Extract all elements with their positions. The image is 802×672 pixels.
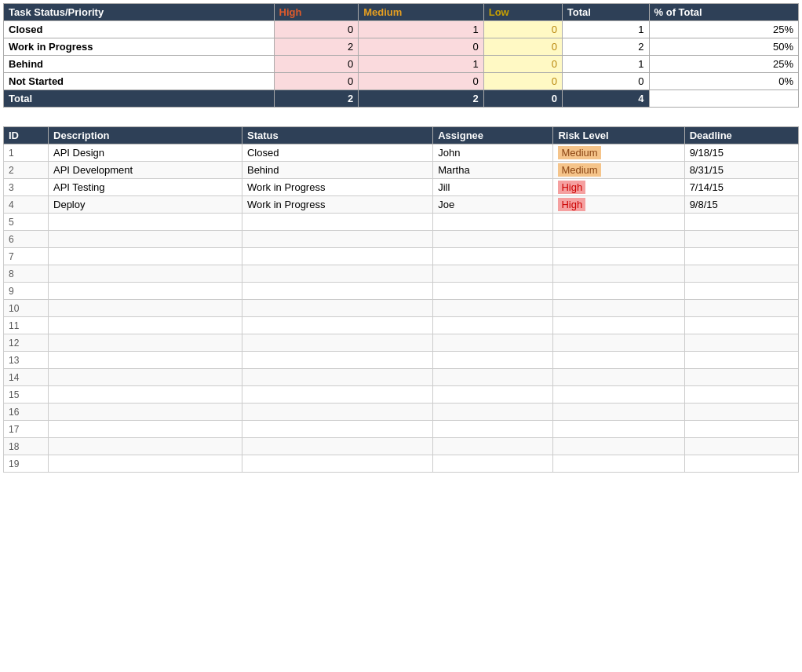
empty-id: 11 bbox=[4, 317, 49, 334]
empty-row: 5 bbox=[4, 214, 799, 231]
empty-assignee bbox=[433, 231, 553, 248]
empty-risk bbox=[553, 265, 684, 283]
empty-risk bbox=[553, 283, 684, 300]
empty-status bbox=[242, 386, 432, 404]
empty-id: 12 bbox=[4, 334, 49, 352]
empty-risk bbox=[553, 369, 684, 386]
detail-id: 4 bbox=[4, 196, 49, 214]
detail-row: 1 API Design Closed John Medium 9/18/15 bbox=[4, 144, 799, 162]
empty-id: 16 bbox=[4, 404, 49, 421]
empty-assignee bbox=[433, 300, 553, 317]
medium-value: 0 bbox=[359, 38, 484, 56]
detail-col-deadline: Deadline bbox=[684, 127, 798, 144]
status-label: Not Started bbox=[4, 73, 275, 90]
empty-assignee bbox=[433, 317, 553, 334]
empty-id: 15 bbox=[4, 386, 49, 404]
detail-col-description: Description bbox=[49, 127, 242, 144]
detail-status: Work in Progress bbox=[242, 196, 432, 214]
pct-value: 25% bbox=[649, 21, 798, 38]
detail-description: Deploy bbox=[49, 196, 242, 214]
empty-assignee bbox=[433, 386, 553, 404]
total-medium: 2 bbox=[359, 90, 484, 108]
total-low: 0 bbox=[483, 90, 562, 108]
detail-col-id: ID bbox=[4, 127, 49, 144]
empty-desc bbox=[49, 334, 242, 352]
total-high: 2 bbox=[274, 90, 359, 108]
empty-risk bbox=[553, 438, 684, 455]
empty-id: 13 bbox=[4, 352, 49, 369]
col-header-medium: Medium bbox=[359, 4, 484, 21]
low-value: 0 bbox=[483, 56, 562, 73]
total-value: 1 bbox=[562, 56, 649, 73]
empty-id: 18 bbox=[4, 438, 49, 455]
empty-row: 13 bbox=[4, 352, 799, 369]
empty-deadline bbox=[684, 369, 798, 386]
empty-deadline bbox=[684, 214, 798, 231]
empty-id: 5 bbox=[4, 214, 49, 231]
summary-row: Behind 0 1 0 1 25% bbox=[4, 56, 799, 73]
empty-deadline bbox=[684, 300, 798, 317]
empty-desc bbox=[49, 438, 242, 455]
low-value: 0 bbox=[483, 21, 562, 38]
status-label: Closed bbox=[4, 21, 275, 38]
empty-row: 19 bbox=[4, 455, 799, 473]
total-value: 1 bbox=[562, 21, 649, 38]
empty-assignee bbox=[433, 369, 553, 386]
empty-deadline bbox=[684, 352, 798, 369]
empty-deadline bbox=[684, 386, 798, 404]
empty-deadline bbox=[684, 283, 798, 300]
empty-deadline bbox=[684, 317, 798, 334]
empty-status bbox=[242, 300, 432, 317]
high-value: 2 bbox=[274, 38, 359, 56]
empty-status bbox=[242, 231, 432, 248]
empty-assignee bbox=[433, 248, 553, 265]
detail-deadline: 9/18/15 bbox=[684, 144, 798, 162]
empty-assignee bbox=[433, 455, 553, 473]
empty-risk bbox=[553, 352, 684, 369]
empty-deadline bbox=[684, 231, 798, 248]
empty-desc bbox=[49, 300, 242, 317]
detail-description: API Testing bbox=[49, 179, 242, 196]
detail-description: API Development bbox=[49, 162, 242, 179]
empty-desc bbox=[49, 248, 242, 265]
high-value: 0 bbox=[274, 56, 359, 73]
empty-risk bbox=[553, 334, 684, 352]
total-pct bbox=[649, 90, 798, 108]
empty-risk bbox=[553, 317, 684, 334]
empty-assignee bbox=[433, 334, 553, 352]
empty-deadline bbox=[684, 455, 798, 473]
empty-desc bbox=[49, 265, 242, 283]
empty-row: 10 bbox=[4, 300, 799, 317]
total-value: 2 bbox=[562, 38, 649, 56]
status-label: Behind bbox=[4, 56, 275, 73]
summary-row: Closed 0 1 0 1 25% bbox=[4, 21, 799, 38]
detail-risk: Medium bbox=[553, 162, 684, 179]
empty-row: 12 bbox=[4, 334, 799, 352]
empty-status bbox=[242, 265, 432, 283]
empty-row: 18 bbox=[4, 438, 799, 455]
detail-table: ID Description Status Assignee Risk Leve… bbox=[3, 126, 799, 473]
empty-risk bbox=[553, 386, 684, 404]
empty-assignee bbox=[433, 404, 553, 421]
empty-desc bbox=[49, 283, 242, 300]
total-label: Total bbox=[4, 90, 275, 108]
empty-assignee bbox=[433, 265, 553, 283]
detail-row: 2 API Development Behind Martha Medium 8… bbox=[4, 162, 799, 179]
low-value: 0 bbox=[483, 38, 562, 56]
low-value: 0 bbox=[483, 73, 562, 90]
empty-status bbox=[242, 455, 432, 473]
empty-desc bbox=[49, 386, 242, 404]
detail-id: 3 bbox=[4, 179, 49, 196]
empty-deadline bbox=[684, 438, 798, 455]
detail-risk: Medium bbox=[553, 144, 684, 162]
high-value: 0 bbox=[274, 73, 359, 90]
col-header-low: Low bbox=[483, 4, 562, 21]
empty-row: 9 bbox=[4, 283, 799, 300]
detail-id: 1 bbox=[4, 144, 49, 162]
detail-col-risk: Risk Level bbox=[553, 127, 684, 144]
empty-desc bbox=[49, 231, 242, 248]
empty-deadline bbox=[684, 404, 798, 421]
summary-row: Not Started 0 0 0 0 0% bbox=[4, 73, 799, 90]
detail-risk: High bbox=[553, 196, 684, 214]
empty-assignee bbox=[433, 438, 553, 455]
